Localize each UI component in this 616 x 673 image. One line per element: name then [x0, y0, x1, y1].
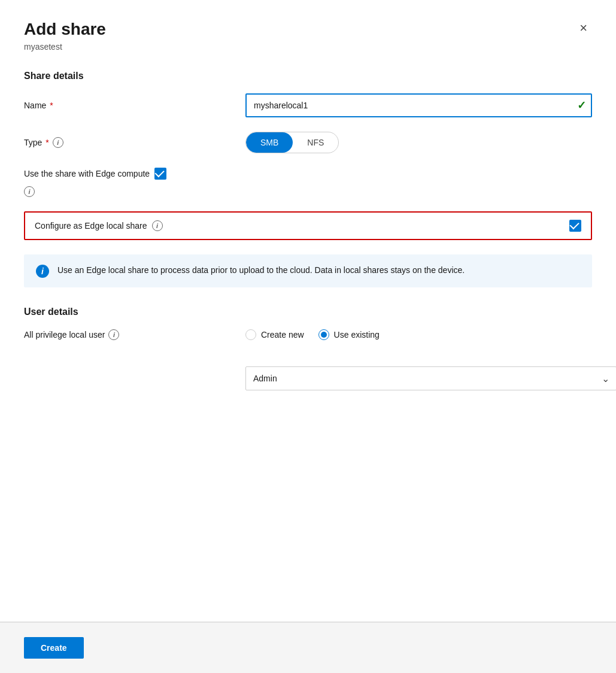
share-details-section-title: Share details [24, 71, 592, 81]
info-banner-text: Use an Edge local share to process data … [57, 264, 465, 277]
close-button[interactable]: × [575, 19, 592, 37]
name-input-wrapper: ✓ [245, 93, 592, 117]
edge-compute-row: Use the share with Edge compute i [24, 168, 592, 197]
all-privilege-label: All privilege local user i [24, 329, 245, 340]
create-button[interactable]: Create [24, 637, 84, 659]
dialog-footer: Create [0, 622, 616, 673]
radio-use-existing-circle[interactable] [318, 329, 329, 340]
type-smb-option[interactable]: SMB [246, 132, 293, 153]
type-label: Type * i [24, 137, 245, 148]
name-required-star: * [50, 101, 53, 110]
edge-compute-top: Use the share with Edge compute [24, 168, 245, 180]
user-select[interactable]: Admin User1 User2 [245, 366, 616, 390]
name-input[interactable] [245, 93, 592, 117]
name-valid-icon: ✓ [577, 99, 586, 112]
type-required-star: * [45, 138, 48, 147]
radio-create-new[interactable]: Create new [245, 329, 304, 340]
info-banner-icon: i [36, 265, 49, 278]
radio-use-existing[interactable]: Use existing [318, 329, 380, 340]
type-row: Type * i SMB NFS [24, 132, 592, 153]
type-nfs-option[interactable]: NFS [293, 132, 338, 153]
user-details-section-title: User details [24, 307, 592, 317]
radio-group: Create new Use existing [245, 329, 380, 340]
name-label: Name * [24, 101, 245, 110]
edge-local-label: Configure as Edge local share i [35, 220, 563, 231]
edge-compute-checkbox[interactable] [154, 168, 166, 180]
info-banner: i Use an Edge local share to process dat… [24, 254, 592, 287]
type-info-icon: i [53, 137, 63, 148]
dialog-header: Add share × [24, 19, 592, 40]
dialog-subtitle: myasetest [24, 42, 592, 51]
type-toggle-group[interactable]: SMB NFS [245, 132, 339, 153]
radio-create-new-circle[interactable] [245, 329, 256, 340]
dialog-title: Add share [24, 19, 106, 40]
edge-local-info-icon: i [152, 220, 163, 231]
edge-compute-info-icon: i [24, 186, 35, 197]
edge-local-share-row: Configure as Edge local share i [24, 211, 592, 240]
edge-compute-label: Use the share with Edge compute [24, 168, 245, 180]
user-select-wrapper: Admin User1 User2 ⌄ [245, 366, 616, 390]
name-row: Name * ✓ [24, 93, 592, 117]
edge-local-checkbox[interactable] [569, 220, 581, 232]
all-privilege-row: All privilege local user i Create new Us… [24, 329, 592, 340]
all-privilege-info-icon: i [108, 329, 119, 340]
